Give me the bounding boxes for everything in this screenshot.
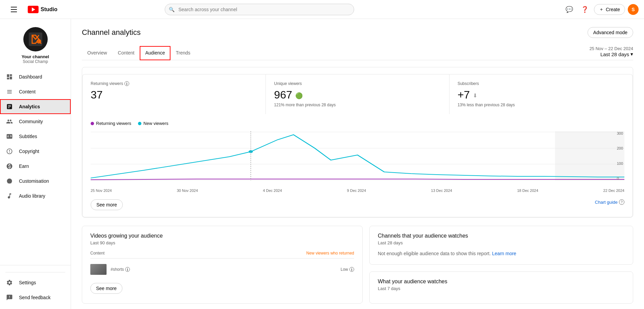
sidebar-item-content[interactable]: Content — [0, 84, 71, 99]
stat-unique-value: 967 🟢 — [274, 89, 441, 101]
page-header: Channel analytics Advanced mode — [82, 27, 633, 38]
videos-see-more-button[interactable]: See more — [90, 283, 122, 294]
tabs-row: Overview Content Audience Trends 25 Nov … — [82, 46, 633, 60]
legend-new-label: New viewers — [143, 121, 168, 126]
chart-svg: 300 200 100 0 — [91, 131, 624, 186]
shorts-info-icon[interactable]: ℹ — [125, 267, 130, 272]
youtube-logo-icon — [28, 6, 39, 13]
stat-returning-value: 37 — [91, 89, 257, 101]
help-icon: ❓ — [581, 6, 589, 13]
header: Studio 🔍 💬 ❓ ＋ Create S — [0, 0, 644, 19]
sidebar-item-subtitles[interactable]: Subtitles — [0, 129, 71, 144]
profile-channel-name: Social Champ — [23, 59, 48, 64]
sidebar-label-send-feedback: Send feedback — [19, 295, 50, 300]
date-range-dates: 25 Nov – 22 Dec 2024 — [590, 46, 633, 51]
chart-see-more-button[interactable]: See more — [91, 199, 123, 210]
sidebar-item-settings[interactable]: Settings — [0, 275, 71, 290]
analytics-icon — [5, 103, 14, 111]
chart-legend: Returning viewers New viewers — [91, 121, 624, 126]
videos-table-header: Content New viewers who returned — [90, 251, 354, 259]
low-info-icon[interactable]: ℹ — [349, 267, 354, 272]
card-channels-watches: Channels that your audience watches Last… — [369, 226, 633, 265]
chart-container: Returning viewers New viewers — [82, 114, 633, 217]
earn-icon — [5, 162, 14, 170]
sidebar-label-earn: Earn — [19, 163, 29, 169]
feedback-icon — [5, 293, 14, 302]
sidebar-divider — [5, 272, 65, 272]
create-button[interactable]: ＋ Create — [594, 4, 625, 15]
advanced-mode-button[interactable]: Advanced mode — [588, 27, 633, 38]
sidebar-label-community: Community — [19, 119, 43, 124]
sidebar-label-settings: Settings — [19, 280, 36, 285]
comments-icon: 💬 — [566, 6, 573, 13]
sidebar-item-dashboard[interactable]: Dashboard — [0, 69, 71, 84]
avatar — [23, 27, 48, 51]
search-input[interactable] — [165, 4, 354, 15]
date-range-selector[interactable]: 25 Nov – 22 Dec 2024 Last 28 days ▾ — [590, 46, 633, 57]
stat-returning-label: Returning viewers ℹ — [91, 81, 257, 86]
sidebar-profile: Your channel Social Champ — [0, 19, 71, 69]
search-bar: 🔍 — [165, 4, 354, 15]
avatar-letter: S — [631, 7, 635, 12]
what-watches-title: What your audience watches — [378, 279, 625, 285]
sidebar-item-customisation[interactable]: Customisation — [0, 174, 71, 189]
content-area: Channel analytics Advanced mode Overview… — [71, 19, 644, 309]
col-new-viewers: New viewers who returned — [306, 251, 354, 256]
x-axis-labels: 25 Nov 2024 30 Nov 2024 4 Dec 2024 9 Dec… — [91, 189, 624, 193]
sidebar-item-audio-library[interactable]: Audio library — [0, 189, 71, 203]
subtitles-icon — [5, 132, 14, 140]
sidebar-item-copyright[interactable]: Copyright — [0, 144, 71, 159]
logo[interactable]: Studio — [28, 6, 58, 13]
main: Your channel Social Champ Dashboard Cont… — [0, 19, 644, 309]
header-left: Studio — [5, 1, 58, 18]
col-content: Content — [90, 251, 105, 256]
card-videos-growing: Videos growing your audience Last 90 day… — [82, 226, 363, 304]
svg-rect-3 — [555, 131, 624, 180]
stat-unique-change: 121% more than previous 28 days — [274, 103, 441, 107]
sidebar-item-analytics[interactable]: Analytics — [0, 99, 71, 114]
chart-guide-help-icon: ? — [619, 199, 624, 205]
tab-trends[interactable]: Trends — [170, 46, 196, 60]
legend-returning: Returning viewers — [91, 121, 131, 126]
not-enough-text: Not enough eligible audience data to sho… — [378, 251, 625, 256]
sidebar-label-analytics: Analytics — [19, 104, 40, 109]
legend-new-viewers: New viewers — [138, 121, 168, 126]
sidebar-footer: Settings Send feedback — [0, 265, 71, 309]
stat-subscribers-value: +7 ⬇ — [458, 89, 624, 101]
sidebar: Your channel Social Champ Dashboard Cont… — [0, 19, 71, 309]
videos-growing-title: Videos growing your audience — [90, 233, 354, 239]
sidebar-label-subtitles: Subtitles — [19, 134, 37, 139]
sidebar-item-earn[interactable]: Earn — [0, 159, 71, 174]
avatar-button[interactable]: S — [628, 4, 639, 15]
sidebar-label-copyright: Copyright — [19, 149, 39, 154]
learn-more-link[interactable]: Learn more — [492, 251, 516, 256]
y-axis-labels: 300 200 100 0 — [617, 131, 624, 180]
sidebar-label-audio-library: Audio library — [19, 193, 45, 199]
hamburger-icon — [8, 4, 20, 15]
hamburger-button[interactable] — [5, 1, 22, 18]
sidebar-item-community[interactable]: Community — [0, 114, 71, 129]
date-range-label: Last 28 days ▾ — [600, 51, 633, 57]
tabs: Overview Content Audience Trends — [82, 46, 196, 60]
search-icon: 🔍 — [169, 7, 175, 12]
header-right: 💬 ❓ ＋ Create S — [563, 3, 639, 16]
tab-overview[interactable]: Overview — [82, 46, 112, 60]
sidebar-item-send-feedback[interactable]: Send feedback — [0, 290, 71, 305]
sidebar-nav: Dashboard Content Analytics — [0, 69, 71, 262]
chart-wrap: Returning viewers ℹ 37 Unique viewers 96… — [82, 67, 633, 218]
help-button[interactable]: ❓ — [578, 3, 591, 16]
right-cards: Channels that your audience watches Last… — [369, 226, 633, 304]
chevron-down-icon: ▾ — [630, 51, 633, 57]
bottom-row: Videos growing your audience Last 90 day… — [82, 226, 633, 304]
stat-subscribers-label: Subscribers — [458, 81, 624, 86]
what-watches-subtitle: Last 7 days — [378, 286, 625, 291]
tab-audience[interactable]: Audience — [140, 46, 170, 60]
chart-guide-link[interactable]: Chart guide ? — [595, 199, 624, 205]
create-icon: ＋ — [599, 6, 604, 13]
create-label: Create — [606, 7, 620, 12]
stats-row: Returning viewers ℹ 37 Unique viewers 96… — [82, 74, 633, 114]
comments-button[interactable]: 💬 — [563, 3, 576, 16]
videos-growing-subtitle: Last 90 days — [90, 240, 354, 245]
returning-info-icon[interactable]: ℹ — [124, 81, 129, 86]
tab-content[interactable]: Content — [112, 46, 140, 60]
